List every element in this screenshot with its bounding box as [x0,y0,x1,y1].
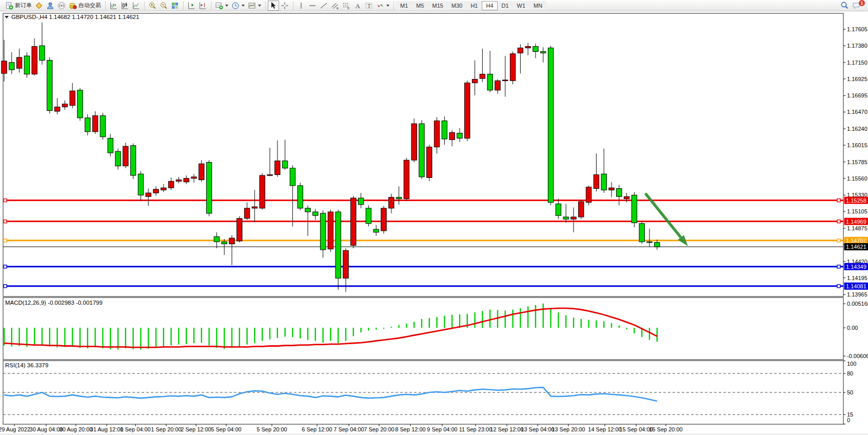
text-tool-button[interactable]: A [352,1,363,11]
timeframe-w1-button[interactable]: W1 [513,1,530,10]
price-tick-label: 1.15560 [847,175,867,182]
periods-button[interactable] [230,1,246,11]
text-label-tool-button[interactable]: T [363,1,374,11]
price-tick-label: 1.13965 [847,291,867,298]
hline-handle[interactable] [837,239,840,242]
candle-body-up [267,175,272,176]
macd-tick-label: -0.006064 [847,353,868,359]
timeframe-m30-button[interactable]: M30 [447,1,466,10]
candle-body-down [214,236,219,242]
channel-icon: E [331,2,339,10]
tile-windows-button[interactable] [169,1,181,11]
candle-body-up [161,188,166,190]
candle-body-down [47,61,52,111]
autoscroll-button[interactable] [186,1,197,11]
new-chart-button[interactable] [213,1,230,11]
candle-body-down [24,56,29,74]
candle-body-up [32,47,37,74]
zoom-out-icon [160,2,168,10]
candle-body-up [275,161,280,175]
horizontal-line-tool-button[interactable] [307,1,318,11]
chart-background [0,11,868,435]
candle-body-down [100,115,105,136]
hline-handle[interactable] [837,199,840,202]
candle-body-up [624,196,629,199]
trading-platform-window: 新订单 自动交易 [0,0,868,435]
channel-tool-button[interactable]: E [329,1,341,11]
toolbar-group-new [210,0,264,11]
search-icon [840,1,849,10]
time-tick-label: 13 Sep 20:00 [551,426,585,432]
timeframe-m1-button[interactable]: M1 [396,1,412,10]
zoom-out-button[interactable] [158,1,169,11]
candle-body-up [176,180,181,182]
candle-body-up [518,48,523,53]
candle-body-down [632,195,637,223]
candle-body-up [92,115,97,131]
time-tick-label: 7 Sep 04:00 [333,426,364,432]
candle-body-up [525,47,530,48]
candle-body-up [260,175,265,208]
timeframe-h4-button[interactable]: H4 [482,1,497,10]
arrows-tool-button[interactable] [374,1,391,11]
time-tick-label: 13 Sep 04:00 [521,426,554,432]
timeframe-m5-button[interactable]: M5 [412,1,428,10]
hline-handle[interactable] [837,285,840,288]
price-tick-label: 1.17605 [847,26,867,32]
price-tick-label: 1.17380 [847,43,867,49]
candle-body-up [153,189,159,193]
templates-button[interactable] [246,1,263,11]
candle-body-down [373,229,379,232]
trendline-tool-button[interactable] [318,1,329,11]
bar-chart-type-button[interactable] [108,1,119,11]
shift-end-button[interactable] [197,1,208,11]
price-tick-label: 1.15785 [847,159,867,165]
hline-handle[interactable] [4,220,7,223]
macd-tick-label: 0.00 [847,325,858,331]
price-tick-label: 1.16015 [847,142,867,148]
hline-handle[interactable] [4,239,7,242]
toolbar-group-objects: E F A T [292,0,392,11]
hline-handle[interactable] [837,220,840,223]
chart-area: 1.176051.173801.171501.169251.166951.164… [0,11,868,435]
hline-handle[interactable] [4,199,7,202]
fibonacci-tool-button[interactable]: F [341,1,352,11]
charts-button[interactable] [33,1,45,11]
candle-body-up [381,208,386,231]
signal-button[interactable] [56,1,67,11]
hline-handle[interactable] [4,285,7,288]
candlestick-type-button[interactable] [119,1,130,11]
candle-body-up [16,57,22,68]
new-order-button[interactable]: 新订单 [4,1,33,11]
candle-body-down [533,47,538,52]
notification-badge[interactable]: 1 [859,0,865,6]
candle-body-down [442,121,447,139]
autotrade-button[interactable]: 自动交易 [67,1,103,11]
candle-body-up [579,202,584,217]
vertical-line-tool-button[interactable] [295,1,307,11]
cursor-tool-button[interactable] [268,1,279,11]
timeframe-m15-button[interactable]: M15 [428,1,447,10]
autoscroll-icon [187,2,195,10]
crosshair-tool-button[interactable] [279,1,290,11]
hline-handle[interactable] [4,265,7,268]
candle-body-down [77,90,83,118]
svg-text:F: F [348,6,350,10]
rsi-tick-label: 80 [847,370,853,377]
horizontal-line-icon [308,2,317,10]
svg-text:E: E [337,7,339,10]
candle-body-down [138,174,143,195]
candle-body-up [191,177,196,179]
profile-button[interactable] [45,1,56,11]
macd-tick-label: 0.005166 [847,301,868,307]
zoom-in-button[interactable] [147,1,158,11]
price-tick-label: 1.16925 [847,76,867,82]
timeframe-h1-button[interactable]: H1 [466,1,482,10]
search-button[interactable] [839,1,851,11]
timeframe-d1-button[interactable]: D1 [498,1,513,10]
line-chart-type-button[interactable] [130,1,142,11]
hline-handle[interactable] [837,265,840,268]
chat-button-wrap: 1 [851,1,863,11]
candle-body-up [70,91,75,105]
timeframe-mn-button[interactable]: MN [529,1,546,10]
